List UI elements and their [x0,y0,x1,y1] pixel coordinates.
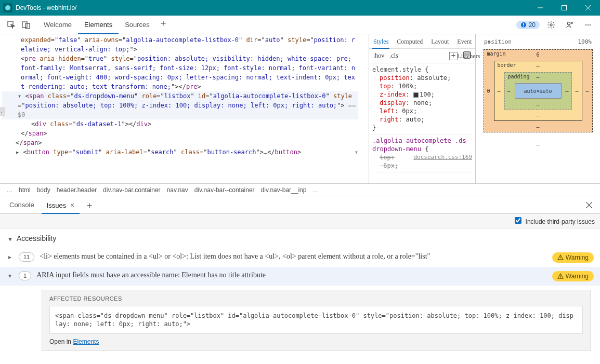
svg-rect-20 [560,277,560,278]
p1: – [536,74,539,80]
chevron-down-icon[interactable]: ▾ [6,234,14,243]
styles-tab-computed[interactable]: Computed [396,34,424,49]
svg-rect-19 [560,275,560,277]
d3: – [498,88,501,94]
bm-margin-top: 6 [536,52,539,58]
svg-rect-10 [523,26,524,27]
issue-text: ARIA input fields must have an accessibl… [36,271,547,279]
svg-point-12 [567,22,570,24]
bc-1[interactable]: body [37,186,50,194]
issue-count: 1 [19,271,31,280]
app-icon [3,3,12,12]
dom-tree[interactable]: expanded="false" aria-owns="algolia-auto… [0,34,369,183]
bm-dash: – [536,124,539,130]
close-button[interactable] [576,0,600,16]
bm-dash2: – [585,88,589,94]
drawer-tabs: Console Issues × ＋ [0,196,600,214]
open-in-elements[interactable]: Open in Elements [49,338,583,345]
titlebar: DevTools - webhint.io/ [0,0,600,16]
bc-6[interactable]: div.nav-bar__inp [261,186,307,194]
pos-bottom: – [536,142,539,147]
add-tab-icon[interactable]: ＋ [156,16,171,30]
svg-point-0 [5,5,10,10]
warning-text: Warning [566,254,589,261]
forced-colors-icon[interactable] [463,51,471,61]
styles-tab-layout[interactable]: Layout [430,34,450,49]
maximize-button[interactable] [552,0,576,16]
include-3rd-label: Include third-party issues [526,218,595,225]
tab-welcome[interactable]: Welcome [37,16,78,34]
drawer-add-icon[interactable]: ＋ [82,199,97,211]
svg-rect-14 [463,52,471,58]
bc-2[interactable]: header.header [57,186,97,194]
minimize-button[interactable] [528,0,552,16]
bm-padding-label: padding [508,74,530,79]
bc-0[interactable]: html [19,186,31,194]
bc-5[interactable]: div.nav-bar--container [194,186,255,194]
p3: – [507,88,511,94]
open-in-link[interactable]: Elements [73,338,99,345]
panel-tabs: Welcome Elements Sources ＋ [37,16,171,34]
close-icon[interactable]: × [70,201,74,209]
bm-border-label: border [498,62,516,68]
issues-group-header[interactable]: ▾ Accessibility [0,228,600,248]
tab-elements[interactable]: Elements [78,16,119,34]
issue-text: <li> elements must be contained in a <ul… [40,252,547,261]
bc-3[interactable]: div.nav-bar.container [103,186,161,194]
breadcrumb[interactable]: … html body header.header div.nav-bar.co… [0,184,600,196]
bm-margin-label: margin [487,51,506,57]
open-in-label: Open in [49,338,73,345]
styles-pane: Styles Computed Layout Event Listeners »… [369,34,475,183]
boxmodel-width-value: 100% [578,38,592,45]
inspect-icon[interactable] [4,18,19,32]
issues-body: ▾ Accessibility ▸ 11 <li> elements must … [0,228,600,364]
resources-heading: AFFECTED RESOURCES [49,295,583,302]
styles-cls[interactable]: .cls [389,52,398,60]
warning-badge: Warning [552,271,594,281]
bc-4[interactable]: nav.nav [167,186,188,194]
d1: – [536,63,539,69]
resources-code[interactable]: <span class="ds-dropdown-menu" role="lis… [49,306,583,334]
drawer-tab-console[interactable]: Console [4,196,40,214]
issues-toolbar: Include third-party issues [0,214,600,228]
drawer-close-icon[interactable] [582,198,596,212]
device-toggle-icon[interactable] [19,18,33,32]
svg-rect-17 [560,257,560,258]
toolbar: Welcome Elements Sources ＋ 20 ⋯ [0,16,600,34]
styles-hov[interactable]: :hov [373,52,384,60]
svg-point-11 [550,24,552,26]
styles-tab-styles[interactable]: Styles [372,34,389,49]
svg-point-13 [571,22,573,23]
issue-row[interactable]: ▾ 1 ARIA input fields must have an acces… [0,267,600,286]
settings-icon[interactable] [544,18,558,32]
chevron-right-icon[interactable]: ▸ [6,252,14,261]
group-label: Accessibility [17,234,56,242]
new-rule-icon[interactable]: + [449,52,458,60]
d4: – [575,88,578,94]
warning-badge: Warning [552,252,594,263]
issue-count: 11 [19,252,34,262]
styles-rules[interactable]: element.style {position: absolute;top: 1… [369,63,475,177]
warning-icon [557,254,564,261]
affected-resources: AFFECTED RESOURCES <span class="ds-dropd… [42,290,591,351]
drawer-tab-issues[interactable]: Issues × [42,196,80,214]
issue-row[interactable]: ▸ 11 <li> elements must be contained in … [0,248,600,267]
warning-text: Warning [566,273,589,280]
svg-rect-2 [562,6,567,10]
p4: – [565,88,568,94]
window-title: DevTools - webhint.io/ [16,4,76,11]
feedback-icon[interactable] [563,18,577,32]
svg-rect-18 [560,259,560,259]
p2: – [536,102,539,107]
svg-rect-6 [22,22,27,28]
more-icon[interactable]: ⋯ [581,18,596,32]
issues-counter[interactable]: 20 [516,21,540,29]
chevron-down-icon[interactable]: ▾ [6,271,14,279]
tab-sources[interactable]: Sources [119,16,156,34]
box-model-pane: position 100% margin 6 – 0 – border – – … [475,34,600,183]
drawer-tab-issues-label: Issues [47,201,67,209]
include-3rd-checkbox[interactable]: Include third-party issues [515,217,595,225]
warning-icon [557,273,564,279]
bc-ellipsis-l: … [6,186,12,194]
bm-zero: 0 [487,88,490,94]
